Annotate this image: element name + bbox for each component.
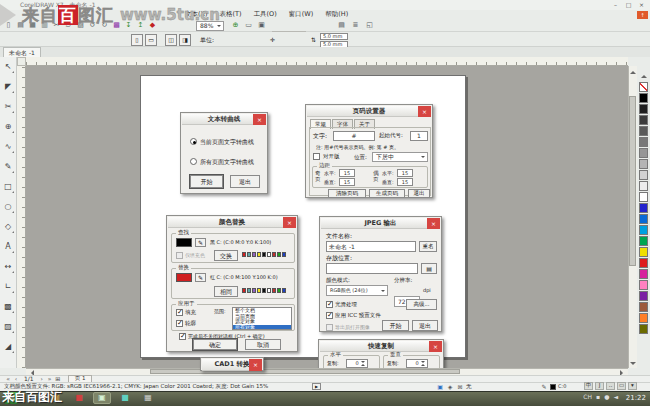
palette-scroll-up-icon[interactable] (641, 72, 647, 78)
replace-swatch[interactable] (272, 288, 276, 293)
pdf-icon[interactable]: ◆ (147, 20, 158, 30)
color-swatch[interactable] (639, 302, 648, 312)
color-swatch[interactable] (639, 291, 648, 301)
apply-outline-checkbox[interactable] (176, 320, 183, 327)
menu-help[interactable]: 帮助(H) (325, 11, 348, 18)
menu-window[interactable]: 窗口(W) (289, 11, 314, 18)
find-swatch[interactable] (247, 252, 251, 257)
color-swatch[interactable] (639, 258, 648, 268)
replace-color-swatch[interactable] (176, 273, 192, 282)
start-button[interactable]: ⊞ (4, 392, 19, 404)
all-pages-button[interactable]: ◫ (165, 34, 177, 46)
ime-keyboard-icon[interactable]: ▭ (617, 382, 626, 390)
restore-button[interactable]: □ (622, 1, 635, 9)
find-color-swatch[interactable] (176, 238, 192, 247)
rename-button[interactable]: 重名 (419, 241, 437, 252)
copy-h-field[interactable]: 0 (346, 359, 368, 368)
save-icon[interactable]: ▦ (27, 20, 38, 30)
exit-button[interactable]: 退出 (230, 175, 260, 188)
filename-field[interactable]: 未命名 -1 (326, 241, 416, 252)
copy-icon[interactable]: ▱ (63, 20, 74, 30)
find-eyedropper-button[interactable]: ✎ (195, 238, 206, 247)
zoom-plus-icon[interactable]: ⊕ (230, 20, 241, 30)
color-mode-combo[interactable]: RGB颜色 (24位) (326, 285, 388, 296)
jpeg-start-button[interactable]: 开始 (382, 320, 409, 331)
vertical-scrollbar-thumb[interactable] (629, 96, 636, 266)
fill-icon[interactable]: ◈ (446, 383, 454, 390)
crop-tool-icon[interactable]: ✂ (0, 97, 16, 117)
shape-tool-icon[interactable]: ◤ (0, 77, 16, 97)
redo-icon[interactable]: ↻ (99, 20, 110, 30)
color-swatch[interactable] (639, 203, 648, 213)
taskbar-ie[interactable]: e (24, 392, 42, 404)
horizontal-ruler[interactable] (26, 57, 628, 66)
save-path-field[interactable] (326, 263, 418, 274)
page-text-field[interactable]: # (333, 131, 375, 141)
advanced-button[interactable]: 高级... (406, 299, 437, 310)
find-swatch[interactable] (267, 252, 271, 257)
radio-all-pages[interactable] (190, 158, 197, 165)
rectangle-tool-icon[interactable]: □ (0, 177, 16, 197)
quickcopy-close-button[interactable]: × (429, 341, 442, 352)
color-swatch[interactable] (639, 104, 648, 114)
color-swatch[interactable] (639, 115, 648, 125)
pick-tool-icon[interactable]: ↖ (0, 57, 16, 77)
cancel-button[interactable]: 取消 (245, 339, 281, 350)
tray-icon-dot[interactable]: ● (604, 394, 609, 400)
color-swatch[interactable] (639, 170, 648, 180)
pagenum-exit-button[interactable]: 退出 (408, 189, 430, 198)
icc-checkbox[interactable] (326, 312, 333, 319)
ime-mode-icon[interactable]: J (595, 382, 604, 390)
freehand-tool-icon[interactable]: ∿ (0, 137, 16, 157)
vertical-ruler[interactable] (17, 66, 26, 368)
find-swatch[interactable] (272, 252, 276, 257)
dimension-tool-icon[interactable]: ↔ (0, 257, 16, 277)
replace-swatch[interactable] (267, 288, 271, 293)
jpeg-exit-button[interactable]: 退出 (412, 320, 438, 331)
odd-h-field[interactable]: 15 (339, 169, 355, 177)
color-swatch[interactable] (639, 93, 648, 103)
cut-icon[interactable]: ✂ (51, 20, 62, 30)
polygon-tool-icon[interactable]: ◇ (0, 217, 16, 237)
copy-v-field[interactable]: 0 (406, 359, 428, 368)
portrait-button[interactable]: ▯ (131, 34, 143, 46)
text-tool-icon[interactable]: A (0, 237, 16, 257)
text2curve-close-button[interactable]: × (253, 114, 266, 125)
range-listbox[interactable]: 整个文档当前页面选定对象所有对象 (232, 307, 292, 330)
undo-icon[interactable]: ↺ (87, 20, 98, 30)
window-panel-icon[interactable]: ▤ (336, 20, 347, 30)
radio-current-page[interactable] (190, 138, 197, 145)
open-after-checkbox[interactable] (326, 324, 333, 331)
zoom-tool-icon[interactable]: ⊕ (0, 117, 16, 137)
apply-fill-checkbox[interactable] (176, 309, 183, 316)
tray-volume-icon[interactable]: ◄ (613, 394, 618, 400)
shadow-tool-icon[interactable]: ▩ (0, 297, 16, 317)
replace-swatch[interactable] (277, 288, 281, 293)
color-swatch[interactable] (639, 126, 648, 136)
ellipse-tool-icon[interactable]: ○ (0, 197, 16, 217)
duplicate-x-field[interactable]: 5.0 mm (320, 33, 348, 40)
new-doc-icon[interactable]: ▯ (3, 20, 14, 30)
even-h-field[interactable]: 15 (397, 169, 413, 177)
color-swatch[interactable] (639, 280, 648, 290)
replace-swatch[interactable] (247, 288, 251, 293)
zoom-level-combo[interactable]: 88% (196, 21, 224, 31)
fill-none-icon[interactable]: ⊠ (456, 383, 464, 390)
paste-icon[interactable]: ▨ (75, 20, 86, 30)
taskbar-folder[interactable]: ▣ (47, 392, 65, 404)
color-swatch[interactable] (639, 192, 648, 202)
clear-pages-button[interactable]: 清除页码 (328, 189, 366, 198)
menu-text[interactable]: 文本(X) (185, 11, 208, 18)
make-pages-button[interactable]: 生成页码 (369, 189, 405, 198)
swap-button[interactable]: 交换 (214, 250, 238, 261)
horizontal-scrollbar-thumb[interactable] (150, 369, 460, 374)
color-swatch[interactable] (639, 137, 648, 147)
color-swatch[interactable] (639, 82, 648, 92)
workspace-icon[interactable]: ◱ (364, 20, 375, 30)
taskbar-app-gray[interactable]: ▦ (139, 392, 157, 404)
browse-folder-button[interactable]: ▤ (421, 263, 437, 274)
color-swatch[interactable] (639, 159, 648, 169)
replace-swatch[interactable] (282, 288, 286, 293)
cad-close-button[interactable]: × (249, 359, 262, 371)
ime-dots-icon[interactable]: ‥ (606, 382, 615, 390)
